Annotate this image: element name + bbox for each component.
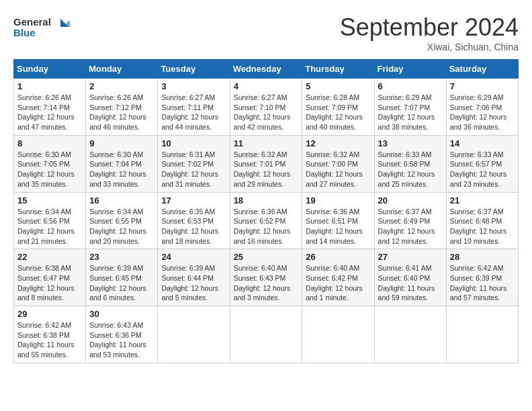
day-info: Sunrise: 6:33 AM Sunset: 6:58 PM Dayligh… bbox=[378, 150, 443, 189]
daylight: Daylight: 12 hours and 31 minutes. bbox=[161, 170, 218, 188]
calendar-cell: 9 Sunrise: 6:30 AM Sunset: 7:04 PM Dayli… bbox=[86, 135, 158, 192]
calendar-cell: 28 Sunrise: 6:42 AM Sunset: 6:39 PM Dayl… bbox=[446, 249, 518, 306]
sunrise: Sunrise: 6:33 AM bbox=[450, 150, 504, 158]
daylight: Daylight: 12 hours and 14 minutes. bbox=[306, 227, 363, 245]
daylight: Daylight: 12 hours and 23 minutes. bbox=[450, 170, 507, 188]
sunset: Sunset: 6:45 PM bbox=[89, 274, 142, 282]
sunset: Sunset: 6:39 PM bbox=[450, 274, 502, 282]
day-info: Sunrise: 6:30 AM Sunset: 7:04 PM Dayligh… bbox=[89, 150, 154, 189]
calendar-cell: 2 Sunrise: 6:26 AM Sunset: 7:12 PM Dayli… bbox=[86, 79, 158, 136]
calendar-cell bbox=[230, 306, 302, 363]
calendar-cell: 17 Sunrise: 6:35 AM Sunset: 6:53 PM Dayl… bbox=[158, 192, 230, 249]
sunset: Sunset: 7:09 PM bbox=[306, 103, 358, 111]
day-info: Sunrise: 6:36 AM Sunset: 6:52 PM Dayligh… bbox=[234, 207, 299, 246]
calendar-cell: 21 Sunrise: 6:37 AM Sunset: 6:48 PM Dayl… bbox=[446, 192, 518, 249]
sunrise: Sunrise: 6:33 AM bbox=[378, 150, 432, 158]
calendar-cell: 15 Sunrise: 6:34 AM Sunset: 6:56 PM Dayl… bbox=[14, 192, 86, 249]
location: Xiwai, Sichuan, China bbox=[340, 42, 519, 52]
daylight: Daylight: 11 hours and 53 minutes. bbox=[89, 340, 146, 359]
day-header-thursday: Thursday bbox=[302, 60, 374, 79]
daylight: Daylight: 11 hours and 59 minutes. bbox=[378, 284, 435, 302]
day-info: Sunrise: 6:32 AM Sunset: 7:00 PM Dayligh… bbox=[306, 150, 370, 189]
daylight: Daylight: 12 hours and 40 minutes. bbox=[306, 113, 363, 131]
sunrise: Sunrise: 6:27 AM bbox=[161, 93, 215, 101]
sunrise: Sunrise: 6:42 AM bbox=[450, 264, 504, 272]
sunset: Sunset: 7:07 PM bbox=[378, 103, 431, 111]
daylight: Daylight: 12 hours and 5 minutes. bbox=[161, 284, 218, 302]
sunset: Sunset: 7:05 PM bbox=[17, 160, 70, 168]
sunset: Sunset: 6:58 PM bbox=[378, 160, 431, 168]
daylight: Daylight: 11 hours and 55 minutes. bbox=[17, 340, 75, 359]
day-number: 6 bbox=[378, 81, 443, 91]
sunrise: Sunrise: 6:38 AM bbox=[17, 264, 71, 272]
day-header-sunday: Sunday bbox=[14, 60, 86, 79]
day-header-wednesday: Wednesday bbox=[230, 60, 302, 79]
daylight: Daylight: 12 hours and 6 minutes. bbox=[89, 284, 146, 302]
sunrise: Sunrise: 6:40 AM bbox=[234, 264, 287, 272]
day-number: 8 bbox=[17, 138, 82, 148]
day-number: 1 bbox=[17, 81, 82, 91]
sunset: Sunset: 6:55 PM bbox=[89, 217, 142, 225]
sunrise: Sunrise: 6:37 AM bbox=[450, 208, 504, 216]
daylight: Daylight: 12 hours and 16 minutes. bbox=[234, 227, 291, 245]
sunrise: Sunrise: 6:36 AM bbox=[306, 208, 359, 216]
sunset: Sunset: 6:48 PM bbox=[450, 217, 502, 225]
sunset: Sunset: 6:38 PM bbox=[17, 331, 70, 339]
day-header-friday: Friday bbox=[374, 60, 446, 79]
daylight: Daylight: 12 hours and 46 minutes. bbox=[89, 113, 146, 131]
day-info: Sunrise: 6:36 AM Sunset: 6:51 PM Dayligh… bbox=[306, 207, 370, 246]
calendar: SundayMondayTuesdayWednesdayThursdayFrid… bbox=[13, 59, 519, 363]
sunset: Sunset: 7:10 PM bbox=[234, 103, 286, 111]
calendar-cell: 22 Sunrise: 6:38 AM Sunset: 6:47 PM Dayl… bbox=[14, 249, 86, 306]
sunrise: Sunrise: 6:29 AM bbox=[450, 93, 504, 101]
sunrise: Sunrise: 6:34 AM bbox=[17, 208, 71, 216]
calendar-cell: 10 Sunrise: 6:31 AM Sunset: 7:02 PM Dayl… bbox=[158, 135, 230, 192]
day-number: 4 bbox=[234, 81, 299, 91]
day-number: 2 bbox=[89, 81, 154, 91]
sunset: Sunset: 7:06 PM bbox=[450, 103, 502, 111]
daylight: Daylight: 12 hours and 36 minutes. bbox=[450, 113, 507, 131]
sunrise: Sunrise: 6:42 AM bbox=[17, 321, 71, 329]
day-info: Sunrise: 6:34 AM Sunset: 6:56 PM Dayligh… bbox=[17, 207, 82, 246]
daylight: Daylight: 12 hours and 18 minutes. bbox=[161, 227, 218, 245]
sunset: Sunset: 6:52 PM bbox=[234, 217, 286, 225]
day-number: 15 bbox=[17, 195, 82, 205]
day-info: Sunrise: 6:26 AM Sunset: 7:12 PM Dayligh… bbox=[89, 93, 154, 132]
sunrise: Sunrise: 6:37 AM bbox=[378, 208, 432, 216]
day-info: Sunrise: 6:42 AM Sunset: 6:39 PM Dayligh… bbox=[450, 263, 515, 303]
sunset: Sunset: 7:12 PM bbox=[89, 103, 142, 111]
calendar-cell bbox=[374, 306, 446, 363]
day-number: 9 bbox=[89, 138, 154, 148]
calendar-cell: 29 Sunrise: 6:42 AM Sunset: 6:38 PM Dayl… bbox=[14, 306, 86, 363]
day-info: Sunrise: 6:29 AM Sunset: 7:07 PM Dayligh… bbox=[378, 93, 443, 132]
sunrise: Sunrise: 6:26 AM bbox=[89, 93, 143, 101]
day-number: 19 bbox=[306, 195, 370, 205]
calendar-cell: 26 Sunrise: 6:40 AM Sunset: 6:42 PM Dayl… bbox=[302, 249, 374, 306]
sunset: Sunset: 7:02 PM bbox=[161, 160, 214, 168]
sunset: Sunset: 6:47 PM bbox=[17, 274, 70, 282]
sunset: Sunset: 6:43 PM bbox=[234, 274, 286, 282]
sunrise: Sunrise: 6:36 AM bbox=[234, 208, 287, 216]
day-info: Sunrise: 6:40 AM Sunset: 6:43 PM Dayligh… bbox=[234, 263, 299, 303]
calendar-week-row: 15 Sunrise: 6:34 AM Sunset: 6:56 PM Dayl… bbox=[14, 192, 519, 249]
month-title: September 2024 bbox=[340, 13, 519, 42]
calendar-week-row: 22 Sunrise: 6:38 AM Sunset: 6:47 PM Dayl… bbox=[14, 249, 519, 306]
day-number: 17 bbox=[161, 195, 226, 205]
sunset: Sunset: 6:53 PM bbox=[161, 217, 214, 225]
day-number: 21 bbox=[450, 195, 515, 205]
calendar-cell: 30 Sunrise: 6:43 AM Sunset: 6:36 PM Dayl… bbox=[86, 306, 158, 363]
day-number: 18 bbox=[234, 195, 299, 205]
calendar-cell: 27 Sunrise: 6:41 AM Sunset: 6:40 PM Dayl… bbox=[374, 249, 446, 306]
daylight: Daylight: 12 hours and 3 minutes. bbox=[234, 284, 291, 302]
daylight: Daylight: 12 hours and 8 minutes. bbox=[17, 284, 75, 302]
daylight: Daylight: 12 hours and 10 minutes. bbox=[450, 227, 507, 245]
daylight: Daylight: 12 hours and 25 minutes. bbox=[378, 170, 435, 188]
calendar-week-row: 8 Sunrise: 6:30 AM Sunset: 7:05 PM Dayli… bbox=[14, 135, 519, 192]
day-info: Sunrise: 6:35 AM Sunset: 6:53 PM Dayligh… bbox=[161, 207, 226, 246]
day-number: 25 bbox=[234, 252, 299, 262]
day-info: Sunrise: 6:34 AM Sunset: 6:55 PM Dayligh… bbox=[89, 207, 154, 246]
calendar-cell: 7 Sunrise: 6:29 AM Sunset: 7:06 PM Dayli… bbox=[446, 79, 518, 136]
sunrise: Sunrise: 6:30 AM bbox=[89, 150, 143, 158]
day-info: Sunrise: 6:38 AM Sunset: 6:47 PM Dayligh… bbox=[17, 263, 82, 303]
day-header-monday: Monday bbox=[86, 60, 158, 79]
